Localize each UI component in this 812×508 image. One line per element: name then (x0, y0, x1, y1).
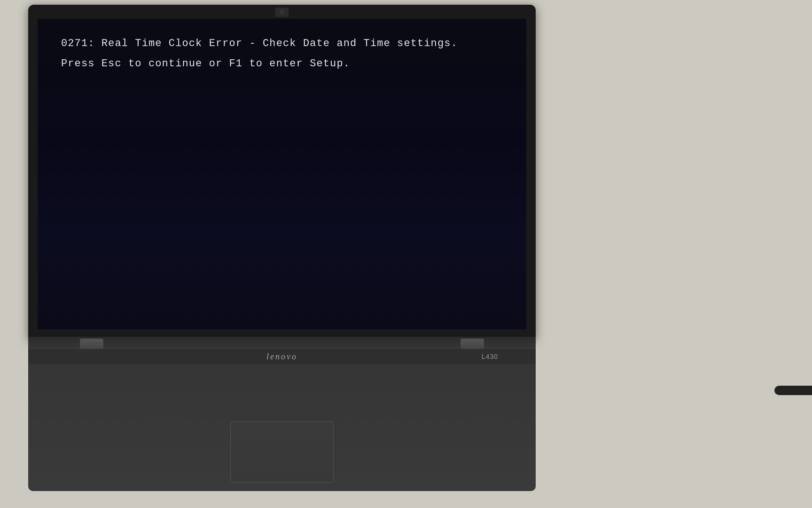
webcam-dot (280, 10, 284, 15)
scene: 0271: Real Time Clock Error - Check Date… (0, 0, 812, 508)
model-label: L430 (482, 353, 498, 360)
bios-error-line: 0271: Real Time Clock Error - Check Date… (61, 38, 503, 49)
touchpad[interactable] (230, 421, 334, 483)
screen-bezel: 0271: Real Time Clock Error - Check Date… (38, 19, 526, 329)
webcam-area (275, 8, 289, 17)
bios-prompt-line: Press Esc to continue or F1 to enter Set… (61, 58, 503, 70)
webcam (275, 8, 289, 17)
power-cable (774, 386, 812, 395)
hinge-left (80, 339, 103, 349)
brand-strip: lenovo L430 (28, 349, 536, 364)
bios-screen: 0271: Real Time Clock Error - Check Date… (38, 19, 526, 329)
keyboard-area: |◀ ◀ + ✕ ⏏ Esc F1 F2 F3 F4 F5 F6 F7 F8 F… (28, 364, 536, 491)
brand-label: lenovo (266, 352, 297, 362)
laptop-screen-lid: 0271: Real Time Clock Error - Check Date… (28, 5, 536, 339)
hinge-right (461, 339, 484, 349)
